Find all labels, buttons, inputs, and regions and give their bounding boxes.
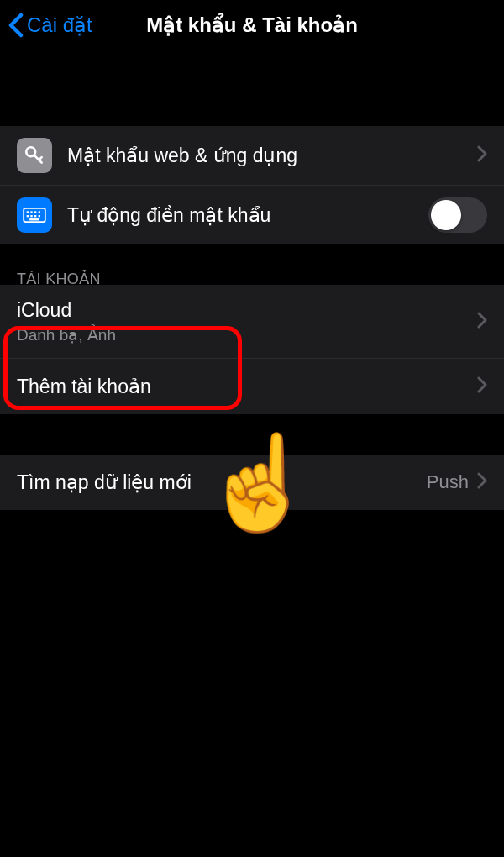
chevron-right-icon <box>477 472 487 492</box>
chevron-left-icon <box>8 13 24 38</box>
passwords-section: Mật khẩu web & ứng dụng Tự động điền mật… <box>0 126 504 244</box>
svg-rect-8 <box>27 215 29 217</box>
svg-rect-10 <box>34 215 36 217</box>
spacer: TÀI KHOẢN <box>0 244 504 285</box>
svg-rect-11 <box>39 215 40 217</box>
chevron-right-icon <box>477 312 487 332</box>
autofill-row: Tự động điền mật khẩu <box>0 186 504 244</box>
back-label: Cài đặt <box>27 13 92 37</box>
add-account-label: Thêm tài khoản <box>17 376 477 398</box>
autofill-label: Tự động điền mật khẩu <box>67 204 428 227</box>
icloud-subtitle: Danh bạ, Ảnh <box>17 325 477 344</box>
svg-rect-12 <box>29 218 39 220</box>
accounts-section: iCloud Danh bạ, Ảnh Thêm tài khoản <box>0 285 504 414</box>
page-title: Mật khẩu & Tài khoản <box>146 13 358 37</box>
key-icon <box>17 138 52 173</box>
spacer <box>0 50 504 126</box>
fetch-new-data-row[interactable]: Tìm nạp dữ liệu mới Push <box>0 455 504 510</box>
fetch-value: Push <box>427 471 469 493</box>
icloud-title: iCloud <box>17 299 477 322</box>
svg-rect-6 <box>34 211 36 213</box>
toggle-thumb <box>431 200 461 230</box>
web-app-passwords-row[interactable]: Mật khẩu web & ứng dụng <box>0 126 504 186</box>
fetch-label: Tìm nạp dữ liệu mới <box>17 471 427 494</box>
svg-rect-4 <box>27 211 29 213</box>
spacer <box>0 414 504 455</box>
svg-rect-7 <box>39 211 40 213</box>
keyboard-icon <box>17 197 52 233</box>
back-button[interactable]: Cài đặt <box>8 13 92 38</box>
fetch-section: Tìm nạp dữ liệu mới Push <box>0 455 504 510</box>
svg-rect-9 <box>30 215 32 217</box>
autofill-toggle[interactable] <box>428 197 487 233</box>
add-account-row[interactable]: Thêm tài khoản <box>0 359 504 414</box>
navigation-bar: Cài đặt Mật khẩu & Tài khoản <box>0 0 504 50</box>
web-app-passwords-label: Mật khẩu web & ứng dụng <box>67 145 477 167</box>
svg-rect-5 <box>30 211 32 213</box>
chevron-right-icon <box>477 145 487 166</box>
icloud-account-row[interactable]: iCloud Danh bạ, Ảnh <box>0 285 504 359</box>
svg-line-2 <box>39 157 41 160</box>
chevron-right-icon <box>477 376 487 397</box>
